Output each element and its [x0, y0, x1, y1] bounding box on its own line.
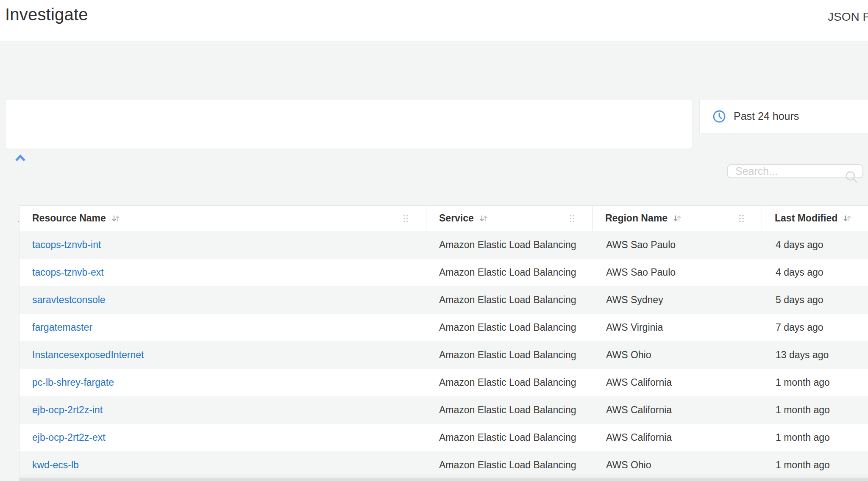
- last-modified-cell: 5 days ago: [776, 294, 823, 306]
- region-cell: AWS Ohio: [606, 349, 651, 361]
- region-cell: AWS Sao Paulo: [606, 239, 676, 251]
- region-cell: AWS Ohio: [606, 459, 651, 471]
- page-title: Investigate: [5, 5, 88, 24]
- table-row: ejb-ocp-2rt2z-ext Amazon Elastic Load Ba…: [19, 424, 868, 451]
- last-modified-cell: 1 month ago: [776, 377, 830, 388]
- time-range-selector[interactable]: Past 24 hours: [699, 99, 868, 133]
- json-preview-button[interactable]: JSON Preview: [828, 10, 868, 24]
- resource-link[interactable]: pc-lb-shrey-fargate: [32, 377, 114, 388]
- last-modified-cell: 13 days ago: [776, 349, 829, 361]
- table-row: tacops-tznvb-ext Amazon Elastic Load Bal…: [19, 259, 868, 286]
- region-cell: AWS Sydney: [606, 294, 663, 306]
- results-table: Resource Name Service Region Name Last M…: [19, 205, 868, 479]
- table-row: saravtestconsole Amazon Elastic Load Bal…: [19, 286, 868, 314]
- time-range-label: Past 24 hours: [734, 110, 799, 122]
- resource-link[interactable]: kwd-ecs-lb: [32, 459, 79, 471]
- service-cell: Amazon Elastic Load Balancing: [439, 349, 576, 361]
- resource-link[interactable]: saravtestconsole: [32, 294, 106, 306]
- column-label: Region Name: [605, 213, 668, 224]
- last-modified-cell: 4 days ago: [776, 239, 823, 251]
- region-cell: AWS California: [606, 432, 672, 443]
- chevron-up-icon[interactable]: [15, 154, 26, 163]
- resource-link[interactable]: tacops-tznvb-ext: [32, 267, 104, 278]
- sort-icon[interactable]: [479, 214, 488, 223]
- table-row: pc-lb-shrey-fargate Amazon Elastic Load …: [19, 369, 868, 396]
- last-modified-cell: 1 month ago: [776, 404, 830, 416]
- column-header-region-name[interactable]: Region Name: [593, 206, 762, 231]
- column-label: Service: [439, 213, 474, 224]
- resource-link[interactable]: ejb-ocp-2rt2z-int: [32, 404, 103, 416]
- service-cell: Amazon Elastic Load Balancing: [439, 267, 576, 278]
- sort-icon[interactable]: [673, 214, 682, 223]
- column-header-last-modified[interactable]: Last Modified: [762, 206, 855, 231]
- column-header-overflow: [855, 206, 868, 231]
- service-cell: Amazon Elastic Load Balancing: [439, 459, 576, 471]
- region-cell: AWS California: [606, 404, 672, 416]
- drag-handle-icon[interactable]: [403, 215, 408, 222]
- table-row: fargatemaster Amazon Elastic Load Balanc…: [19, 314, 868, 341]
- table-header-row: Resource Name Service Region Name Last M…: [19, 206, 868, 231]
- service-cell: Amazon Elastic Load Balancing: [439, 432, 576, 443]
- column-header-service[interactable]: Service: [426, 206, 593, 231]
- resource-link[interactable]: fargatemaster: [32, 322, 92, 333]
- column-header-resource-name[interactable]: Resource Name: [19, 206, 426, 231]
- service-cell: Amazon Elastic Load Balancing: [439, 404, 576, 416]
- drag-handle-icon[interactable]: [570, 215, 574, 222]
- horizontal-scrollbar-thumb[interactable]: [19, 478, 868, 481]
- resource-link[interactable]: ejb-ocp-2rt2z-ext: [32, 432, 106, 443]
- last-modified-cell: 4 days ago: [776, 267, 823, 278]
- service-cell: Amazon Elastic Load Balancing: [439, 322, 576, 333]
- sort-icon[interactable]: [843, 214, 852, 223]
- query-card[interactable]: config from cloud.resource where cloud.a…: [5, 99, 692, 149]
- horizontal-scrollbar-track: [19, 475, 868, 481]
- service-cell: Amazon Elastic Load Balancing: [439, 239, 576, 251]
- table-row: InstancesexposedInternet Amazon Elastic …: [19, 341, 868, 369]
- resource-link[interactable]: InstancesexposedInternet: [32, 349, 144, 361]
- column-label: Resource Name: [32, 213, 106, 224]
- top-bar: Investigate JSON Preview: [0, 0, 868, 41]
- region-cell: AWS Virginia: [606, 322, 663, 333]
- last-modified-cell: 1 month ago: [776, 459, 830, 471]
- region-cell: AWS Sao Paulo: [606, 267, 676, 278]
- last-modified-cell: 7 days ago: [776, 322, 823, 333]
- table-row: tacops-tznvb-int Amazon Elastic Load Bal…: [19, 231, 868, 259]
- service-cell: Amazon Elastic Load Balancing: [439, 377, 576, 388]
- table-row: ejb-ocp-2rt2z-int Amazon Elastic Load Ba…: [19, 396, 868, 424]
- search-input[interactable]: [727, 164, 863, 178]
- drag-handle-icon[interactable]: [739, 215, 744, 222]
- clock-icon: [712, 110, 726, 123]
- column-label: Last Modified: [775, 213, 837, 224]
- resource-link[interactable]: tacops-tznvb-int: [32, 239, 101, 251]
- service-cell: Amazon Elastic Load Balancing: [439, 294, 576, 306]
- region-cell: AWS California: [606, 377, 672, 388]
- search-box: [727, 164, 863, 190]
- last-modified-cell: 1 month ago: [776, 432, 830, 443]
- sort-icon[interactable]: [111, 214, 120, 223]
